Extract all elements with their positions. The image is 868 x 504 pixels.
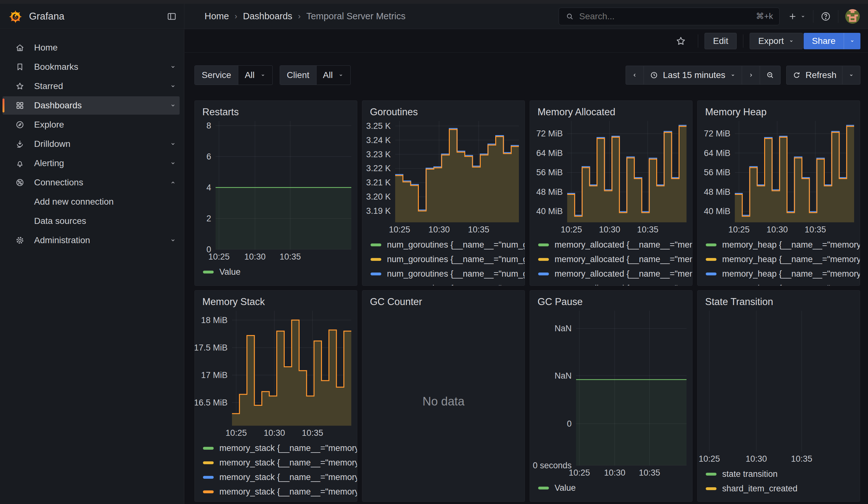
sidebar-item-home[interactable]: Home <box>2 39 179 57</box>
panel-memory-allocated[interactable]: Memory Allocated 72 MiB64 MiB56 MiB48 Mi… <box>530 101 693 286</box>
help-icon[interactable] <box>820 11 831 22</box>
panel-restarts[interactable]: Restarts 86420 10:2510:3010:35 Value <box>194 101 357 286</box>
favorite-star-icon[interactable] <box>675 35 686 47</box>
sidebar-item-data-sources[interactable]: Data sources <box>2 212 179 230</box>
x-axis: 10:2510:3010:35 <box>567 222 692 236</box>
legend-item[interactable]: memory_heap {__name__="memory_h <box>706 237 860 252</box>
y-tick-label: 4 <box>206 183 211 192</box>
sidebar-item-administration[interactable]: Administration <box>2 231 179 249</box>
sidebar-item-drilldown[interactable]: Drilldown <box>2 135 179 153</box>
time-shift-back-button[interactable] <box>626 66 644 85</box>
sidebar-item-add-new-connection[interactable]: Add new connection <box>2 193 179 211</box>
chart-plot[interactable] <box>576 311 686 465</box>
x-tick-label: 10:35 <box>280 252 301 262</box>
panel-gc-pause[interactable]: GC Pause NaNNaN00 seconds 10:2510:3010:3… <box>530 290 693 502</box>
panel-title[interactable]: State Transition <box>698 290 860 311</box>
legend-item[interactable]: Value <box>203 265 357 279</box>
chart-plot[interactable] <box>735 121 854 222</box>
panel-title[interactable]: Memory Stack <box>195 290 357 311</box>
panel-gc-counter[interactable]: GC Counter No data <box>362 290 525 502</box>
legend-item[interactable]: memory_heap {__name__="memory_h <box>706 252 860 267</box>
new-menu-button[interactable] <box>788 12 806 21</box>
search-box[interactable]: ⌘+k <box>559 8 779 25</box>
legend-item[interactable]: Value <box>538 481 692 495</box>
legend-item[interactable]: memory_stack {__name__="memory_s <box>203 470 357 484</box>
legend-item[interactable]: num_goroutines {__name__="num_go <box>371 237 525 252</box>
search-input[interactable] <box>579 11 752 22</box>
refresh-interval-button[interactable] <box>842 66 860 85</box>
share-menu-button[interactable] <box>844 33 860 49</box>
sidebar-item-bookmarks[interactable]: Bookmarks <box>2 58 179 76</box>
panel-memory-stack[interactable]: Memory Stack 18 MiB17.5 MiB17 MiB16.5 Mi… <box>194 290 357 502</box>
time-shift-forward-button[interactable] <box>742 66 760 85</box>
main-content: Edit Export Share Service All <box>185 29 868 504</box>
chevron-down-icon[interactable] <box>169 160 176 167</box>
panel-title[interactable]: Memory Allocated <box>530 101 692 121</box>
chevron-right-icon <box>748 72 754 78</box>
client-filter[interactable]: Client All <box>280 65 351 85</box>
legend-item[interactable]: memory_heap {__name__="memory_h <box>706 267 860 281</box>
chevron-down-icon[interactable] <box>169 141 176 147</box>
chevron-up-icon[interactable] <box>169 179 176 186</box>
chevron-down-icon[interactable] <box>169 83 176 90</box>
variable-filters: Service All Client All <box>194 65 351 85</box>
sidebar-item-alerting[interactable]: Alerting <box>2 154 179 172</box>
share-button[interactable]: Share <box>804 33 844 49</box>
y-tick-label: 17 MiB <box>201 370 228 380</box>
sidebar-toggle-icon[interactable] <box>166 11 177 21</box>
chart-plot[interactable] <box>567 121 686 222</box>
legend-item[interactable]: memory_stack {__name__="memory_s <box>203 455 357 470</box>
chart-plot[interactable] <box>698 311 854 452</box>
legend-label: num_goroutines {__name__="num_go <box>387 255 525 264</box>
legend-item[interactable]: memory_stack {__name__="memory_s <box>203 484 357 499</box>
breadcrumb-home[interactable]: Home <box>205 11 229 21</box>
legend-item[interactable]: memory_allocated {__name__="memo <box>538 252 692 267</box>
legend-item[interactable]: shard_item_created <box>706 481 860 496</box>
legend-item[interactable]: num_goroutines {__name__="num_go <box>371 267 525 281</box>
panel-title[interactable]: GC Counter <box>362 290 525 311</box>
legend-item[interactable]: memory_allocated {__name__="memo <box>538 281 692 286</box>
avatar[interactable] <box>845 9 860 24</box>
x-tick-label: 10:25 <box>569 468 590 478</box>
legend-item[interactable]: state transition <box>706 467 860 481</box>
panel-memory-heap[interactable]: Memory Heap 72 MiB64 MiB56 MiB48 MiB40 M… <box>697 101 860 286</box>
legend-item[interactable]: num_goroutines {__name__="num_go <box>371 252 525 267</box>
chart-plot[interactable] <box>395 121 519 222</box>
sidebar-item-dashboards[interactable]: Dashboards <box>2 96 179 115</box>
panel-goroutines[interactable]: Goroutines 3.25 K3.24 K3.23 K3.22 K3.21 … <box>362 101 525 286</box>
gear-icon <box>15 236 24 245</box>
panel-title[interactable]: GC Pause <box>530 290 692 311</box>
service-filter[interactable]: Service All <box>194 65 273 85</box>
chevron-down-icon[interactable] <box>169 102 176 109</box>
breadcrumb-dashboards[interactable]: Dashboards <box>243 11 292 21</box>
edit-button[interactable]: Edit <box>704 33 737 49</box>
y-axis: 86420 <box>195 121 216 249</box>
panel-title[interactable]: Restarts <box>195 101 357 121</box>
panel-title[interactable]: Memory Heap <box>698 101 860 121</box>
refresh-button[interactable]: Refresh <box>786 66 843 85</box>
y-tick-label: 56 MiB <box>536 168 563 177</box>
chevron-down-icon[interactable] <box>169 63 176 70</box>
sidebar-item-connections[interactable]: Connections <box>2 173 179 192</box>
x-tick-label: 10:25 <box>699 454 720 464</box>
sidebar-item-explore[interactable]: Explore <box>2 116 179 134</box>
chart-plot[interactable] <box>216 121 351 249</box>
x-tick-label: 10:35 <box>302 428 323 438</box>
panel-state-transition[interactable]: State Transition 10:2510:3010:35 state t… <box>697 290 860 502</box>
legend-item[interactable]: memory_allocated {__name__="memo <box>538 237 692 252</box>
grafana-logo-icon[interactable] <box>8 9 23 24</box>
legend-item[interactable]: memory_allocated {__name__="memo <box>538 267 692 281</box>
app-title: Grafana <box>29 11 64 22</box>
export-button[interactable]: Export <box>750 33 803 49</box>
legend-item[interactable]: num_goroutines {__name__="num_go <box>371 281 525 286</box>
sidebar-item-starred[interactable]: Starred <box>2 77 179 95</box>
actionbar-divider <box>743 34 743 48</box>
chevron-down-icon[interactable] <box>169 237 176 244</box>
y-tick-label: 3.23 K <box>366 150 391 159</box>
chart-plot[interactable] <box>232 311 351 426</box>
legend-item[interactable]: memory_heap {__name__="memory_h <box>706 281 860 286</box>
legend-item[interactable]: memory_stack {__name__="memory_s <box>203 441 357 455</box>
panel-title[interactable]: Goroutines <box>362 101 525 121</box>
time-range-picker[interactable]: Last 15 minutes <box>643 66 742 85</box>
zoom-out-button[interactable] <box>760 66 781 85</box>
